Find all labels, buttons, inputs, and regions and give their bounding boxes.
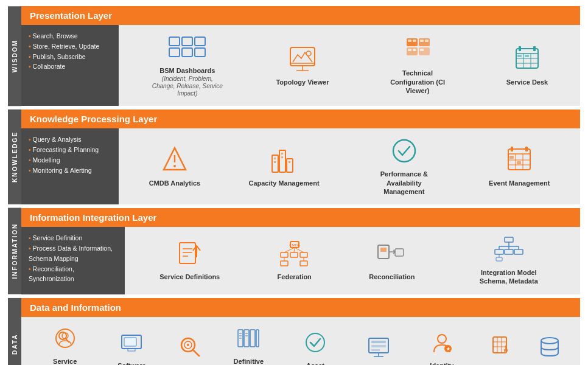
svg-rect-1: [169, 48, 180, 57]
diagram-container: WISDOM Presentation Layer Search, Browse…: [8, 6, 580, 365]
svg-rect-47: [525, 147, 528, 151]
dsl-item: Definitive Software Library: [224, 324, 273, 365]
svg-rect-63: [300, 252, 307, 257]
dsl-icon: [237, 324, 260, 352]
svg-rect-101: [256, 330, 259, 347]
svg-rect-18: [408, 49, 411, 51]
svg-rect-0: [169, 37, 180, 46]
wisdom-side-label: WISDOM: [8, 6, 21, 106]
svg-rect-38: [274, 158, 276, 159]
svg-rect-99: [244, 330, 249, 347]
event-label: Event Management: [489, 179, 550, 187]
event-icon: [507, 146, 531, 174]
identity-item: ★ Identity Management: [418, 328, 466, 365]
cmdb-data-item: CMDB: [539, 333, 561, 365]
knowledge-content: Knowledge Processing Layer Query & Analy…: [21, 109, 580, 204]
svg-rect-41: [281, 156, 283, 158]
knowledge-bullet-1: Query & Analysis: [29, 134, 111, 145]
data-content: Data and Information: [21, 298, 580, 365]
discovery-item: Discovery: [174, 333, 206, 365]
knowledge-items: CMDB Analytics: [119, 128, 580, 204]
info-bullet-1: Service Definition: [29, 233, 117, 243]
asset-icon: [304, 328, 326, 356]
knowledge-bullets: Query & Analysis Forecasting & Planning …: [21, 128, 119, 204]
svg-rect-28: [519, 46, 521, 51]
svg-point-43: [393, 140, 415, 162]
svg-rect-12: [408, 40, 411, 42]
svg-rect-40: [281, 153, 283, 155]
svg-rect-54: [180, 243, 195, 263]
svg-rect-44: [508, 149, 530, 170]
wisdom-items: BSM Dashboards (Incident, Problem, Chang…: [119, 25, 580, 106]
service-request-icon: [54, 324, 76, 352]
capacity-icon: [271, 146, 298, 174]
reconciliation-label: Reconciliation: [369, 273, 415, 281]
wisdom-bullets: Search, Browse Store, Retrieve, Update P…: [21, 25, 119, 106]
cmdb-analytics-item: CMDB Analytics: [149, 146, 201, 187]
information-row: INFORMATION Information Integration Laye…: [8, 208, 580, 294]
knowledge-row: KNOWLEDGE Knowledge Processing Layer Que…: [8, 109, 580, 204]
svg-rect-30: [517, 55, 522, 57]
svg-rect-37: [287, 159, 293, 172]
dsl-label: Definitive Software Library: [224, 357, 273, 365]
svg-point-114: [438, 335, 446, 343]
identity-label: Identity Management: [418, 361, 466, 365]
svg-text:★: ★: [446, 346, 450, 352]
svg-rect-31: [525, 55, 529, 57]
svg-point-88: [59, 332, 66, 339]
servicedesk-wisdom-icon: [515, 45, 539, 73]
svg-rect-65: [300, 261, 307, 266]
data-items: Service Request Management Soft: [21, 317, 580, 365]
discovery-icon: [179, 333, 201, 361]
asset-label: Asset Management: [291, 361, 340, 365]
bsm-icon: [169, 33, 206, 61]
svg-rect-11: [407, 38, 418, 46]
federation-label: Federation: [278, 273, 312, 281]
tech-config-label: Technical Configuration (CI Viewer): [381, 69, 454, 95]
knowledge-body: Query & Analysis Forecasting & Planning …: [21, 128, 580, 204]
federation-item: CMDB: [278, 240, 312, 281]
capacity-item: Capacity Management: [248, 146, 319, 187]
integration-icon: [494, 235, 524, 263]
svg-rect-64: [281, 261, 288, 266]
svg-rect-46: [511, 147, 513, 151]
performance-icon: [391, 137, 418, 165]
svg-rect-16: [425, 40, 429, 42]
knowledge-bullet-3: Modelling: [29, 155, 111, 165]
integration-label: Integration Model Schema, Metadata: [472, 268, 545, 286]
wisdom-bullet-3: Publish, Subscribe: [29, 52, 111, 62]
cmdb-data-icon: [539, 333, 561, 361]
topology-label: Topology Viewer: [276, 78, 329, 86]
svg-rect-91: [124, 338, 136, 346]
wisdom-header: Presentation Layer: [21, 6, 580, 25]
svg-point-107: [306, 333, 324, 352]
wisdom-bullet-4: Collaborate: [29, 61, 111, 72]
svg-rect-20: [419, 47, 430, 55]
svg-line-95: [193, 350, 199, 356]
svg-rect-75: [505, 237, 513, 242]
bsm-dashboards-sublabel: (Incident, Problem, Change, Release, Ser…: [151, 75, 224, 97]
svg-rect-72: [395, 249, 404, 256]
application-item: Application: [485, 333, 521, 365]
information-header: Information Integration Layer: [21, 208, 580, 227]
data-side-label: DATA: [8, 298, 21, 365]
svg-rect-53: [517, 161, 521, 164]
data-row: DATA Data and Information: [8, 298, 580, 365]
integration-item: Integration Model Schema, Metadata: [472, 235, 545, 286]
capacity-label: Capacity Management: [248, 179, 319, 187]
information-content: Information Integration Layer Service De…: [21, 208, 580, 294]
wisdom-row: WISDOM Presentation Layer Search, Browse…: [8, 6, 580, 106]
software-config-item: Software Configuration: [107, 328, 156, 365]
service-definitions-icon: [177, 240, 203, 268]
servicedesk-wisdom-label: Service Desk: [506, 78, 548, 86]
performance-label: Performance & Availability Management: [368, 170, 441, 196]
svg-rect-74: [380, 248, 387, 252]
tech-config-icon: [404, 36, 431, 64]
svg-rect-29: [533, 46, 536, 51]
bsm-dashboards-label: BSM Dashboards: [159, 66, 215, 75]
software-config-icon: [121, 328, 142, 356]
svg-line-67: [294, 248, 295, 252]
svg-point-97: [187, 344, 189, 346]
service-request-item: Service Request Management: [41, 324, 89, 365]
svg-rect-13: [413, 40, 416, 42]
